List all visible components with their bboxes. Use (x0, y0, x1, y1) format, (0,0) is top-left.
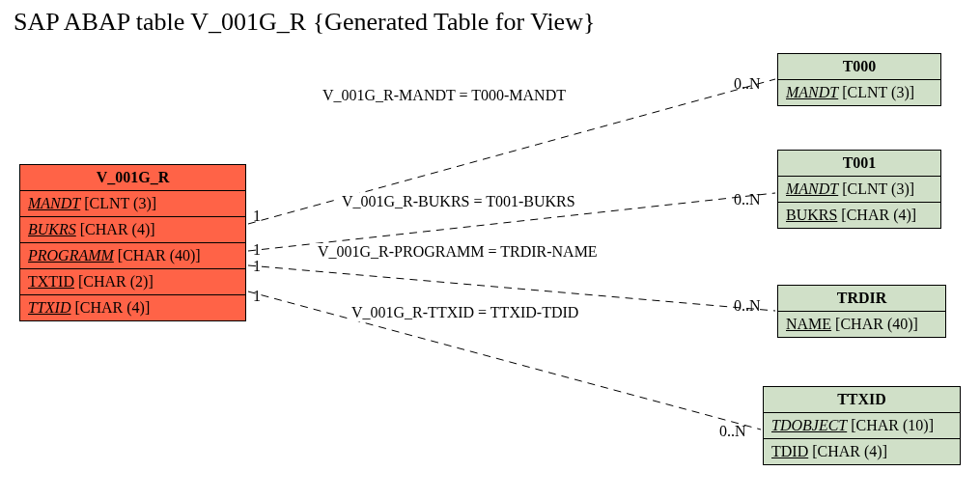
entity-trdir: TRDIR NAME [CHAR (40)] (777, 285, 946, 338)
entity-trdir-field: NAME [CHAR (40)] (778, 312, 945, 337)
entity-main-header: V_001G_R (20, 165, 245, 191)
entity-main-field: MANDT [CLNT (3)] (20, 191, 245, 217)
relation-label: V_001G_R-TTXID = TTXID-TDID (348, 304, 582, 321)
entity-ttxid-header: TTXID (764, 387, 960, 413)
entity-main-field: PROGRAMM [CHAR (40)] (20, 243, 245, 269)
relation-label: V_001G_R-MANDT = T000-MANDT (319, 87, 570, 104)
cardinality-left: 1 (253, 288, 261, 305)
entity-t000-header: T000 (778, 54, 940, 80)
cardinality-right: 0..N (719, 423, 746, 440)
cardinality-right: 0..N (734, 75, 761, 93)
entity-t000-field: MANDT [CLNT (3)] (778, 80, 940, 105)
cardinality-left: 1 (253, 258, 261, 275)
cardinality-left: 1 (253, 241, 261, 259)
entity-trdir-header: TRDIR (778, 286, 945, 312)
entity-t001: T001 MANDT [CLNT (3)] BUKRS [CHAR (4)] (777, 150, 941, 229)
entity-main-field: BUKRS [CHAR (4)] (20, 217, 245, 243)
page-title: SAP ABAP table V_001G_R {Generated Table… (14, 8, 595, 37)
entity-main: V_001G_R MANDT [CLNT (3)] BUKRS [CHAR (4… (19, 164, 246, 321)
entity-main-field: TXTID [CHAR (2)] (20, 269, 245, 295)
cardinality-right: 0..N (734, 191, 761, 208)
entity-ttxid-field: TDOBJECT [CHAR (10)] (764, 413, 960, 439)
entity-t001-field: MANDT [CLNT (3)] (778, 177, 940, 203)
entity-t000: T000 MANDT [CLNT (3)] (777, 53, 941, 106)
cardinality-left: 1 (253, 208, 261, 225)
relation-label: V_001G_R-BUKRS = T001-BUKRS (338, 193, 579, 210)
relation-label: V_001G_R-PROGRAMM = TRDIR-NAME (314, 243, 602, 261)
entity-t001-field: BUKRS [CHAR (4)] (778, 203, 940, 228)
entity-main-field: TTXID [CHAR (4)] (20, 295, 245, 320)
entity-t001-header: T001 (778, 151, 940, 177)
entity-ttxid-field: TDID [CHAR (4)] (764, 439, 960, 464)
entity-ttxid: TTXID TDOBJECT [CHAR (10)] TDID [CHAR (4… (763, 386, 961, 465)
cardinality-right: 0..N (734, 297, 761, 315)
